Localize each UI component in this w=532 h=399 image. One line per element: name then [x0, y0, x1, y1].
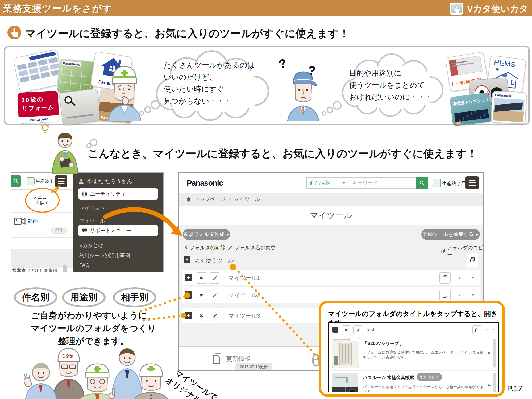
update-label[interactable]: 更新情報 [226, 355, 251, 363]
menu-item-utility[interactable]: ユーティリティ [78, 188, 158, 200]
tool-item[interactable]: バスルーム 水栓金具検索 使いカタ▶ バスルームの水栓タイプ・品番・シリーズから… [329, 371, 498, 392]
folder-name[interactable]: マイツール1 [228, 274, 260, 282]
brand-label: Panasonic [30, 117, 48, 122]
tool-title[interactable]: 「S200Vシリーズ」 [363, 340, 404, 347]
howto-badge[interactable]: 使いカタ▶ [417, 373, 442, 381]
scrollbar[interactable] [493, 373, 496, 392]
move-up-button[interactable]: ▲ [458, 293, 462, 297]
expand-icon[interactable]: + [185, 291, 192, 299]
pencil-icon [228, 246, 232, 250]
menu-item-usecases[interactable]: 利用シーン別活用事例 [79, 252, 130, 259]
tool-description: バスルームの水栓タイプ・品番・シリーズから、水栓金具の検索ができます。 [363, 385, 485, 392]
delete-icon[interactable]: ✖ [196, 310, 207, 321]
bubble2-text: 目的や用途別に使うツールをまとめておければいいのに・・・ [349, 67, 432, 103]
rename-icon[interactable] [353, 325, 363, 335]
tile-text: 20歳の [21, 95, 44, 104]
copy-button[interactable] [439, 272, 451, 284]
rename-icon[interactable] [209, 310, 220, 321]
folder-name[interactable]: マイツール2 [228, 292, 260, 299]
menu-item-vcata[interactable]: Vカタとは [79, 242, 103, 249]
move-up-button[interactable]: ▲ [458, 276, 462, 280]
tool-item[interactable]: 「S200Vシリーズ」 リフォームに最適な２階建て専用のホームエレベーター。ただ… [329, 337, 498, 371]
user-name: やまだ たろうさん [87, 178, 132, 185]
search-submit-button[interactable] [416, 177, 428, 189]
search-placeholder: キーワード [352, 180, 378, 186]
app-tile-pana-solar: Panasonic [491, 91, 527, 124]
home-icon [186, 197, 192, 202]
delete-icon[interactable]: ✖ [196, 272, 207, 284]
expand-icon[interactable]: + [185, 312, 192, 319]
update-doc-icon [213, 353, 222, 364]
video-icon [14, 217, 26, 226]
hand-bullet-icon [7, 26, 21, 39]
copy-button[interactable] [472, 325, 482, 335]
worker-thinking-illustration [106, 61, 143, 121]
discontinued-checkbox[interactable] [27, 177, 35, 185]
pointer-arrow [102, 202, 190, 239]
delete-folder-action[interactable]: ✖フォルダの削除 [184, 244, 226, 251]
search-icon [13, 178, 19, 184]
breadcrumb-home[interactable]: トップページ [195, 196, 226, 203]
collapse-icon[interactable]: − [332, 327, 338, 333]
menu-item-mylist[interactable]: マイリスト [79, 205, 105, 212]
inset-callout: マイツールのフォルダのタイトルをタップすると、開きます。 − ✖ test ▲ … [319, 301, 505, 397]
page-title: 業務支援ツールをさがす [3, 2, 112, 15]
search-button[interactable] [11, 175, 21, 187]
tool-description: リフォームに最適な２階建て専用のホームエレベーター。ただいま見積キャンペーン実施… [363, 350, 485, 360]
delete-icon[interactable]: ✖ [196, 290, 207, 301]
update-date: 2015.07.10更新 [235, 363, 272, 370]
breadcrumb-separator: › [229, 196, 231, 203]
delete-icon[interactable]: ✖ [342, 325, 351, 335]
folder-fav-label[interactable]: よく使うツール [194, 257, 234, 264]
video-label[interactable]: 動画 [28, 218, 38, 225]
move-up-button[interactable]: ▲ [485, 328, 488, 331]
breadcrumb: トップページ › マイツール [179, 193, 483, 206]
expand-icon[interactable]: + [185, 274, 192, 281]
discontinued-label: 生産終了品 [442, 180, 466, 187]
x-icon: ✖ [184, 245, 188, 250]
move-down-button[interactable]: ▼ [492, 328, 495, 331]
category-oval-usage: 用途別 [62, 287, 106, 307]
app-tile-solar-teal: 発電量トップクラス HIT [450, 92, 492, 126]
user-icon [78, 178, 84, 184]
bubble1-text: たくさんツールがあるのはいいのだけど、 使いたい時にすぐ見つからない・・・ [164, 59, 255, 107]
globe-icon [82, 191, 87, 197]
edit-tools-button[interactable]: 登録ツールを編集する▶ [421, 229, 480, 240]
arrow-right-icon: ▶ [488, 351, 491, 355]
folder-name[interactable]: test [367, 327, 374, 332]
panasonic-logo: Panasonic [187, 179, 223, 188]
copy-button[interactable] [439, 290, 451, 301]
brand-label: Panasonic [62, 61, 81, 67]
site-hamburger-button[interactable] [466, 176, 479, 189]
workers-group-illustration: 安全第一 [24, 344, 173, 399]
category-oval-partner: 相手別 [113, 287, 156, 307]
rename-icon[interactable] [209, 290, 220, 301]
expand-icon[interactable]: + [184, 256, 190, 263]
app-tile-reform: 20歳の リフォーム Panasonic [17, 91, 59, 124]
site-page-title: マイツール [179, 206, 483, 225]
scrollbar[interactable] [63, 265, 67, 272]
arrow-right-icon: ▶ [227, 233, 229, 236]
copy-icon [441, 248, 445, 254]
copy-icon [470, 257, 475, 263]
move-down-button[interactable]: ▼ [471, 293, 475, 297]
search-input[interactable]: キーワード [349, 177, 416, 189]
tile-text: HIT [455, 121, 461, 125]
menu-item-mytool[interactable]: マイツール [79, 218, 105, 225]
note-text: ご自身がわかりやすいように、マイツールのフォルダをつくり整理ができます。 [18, 309, 169, 347]
rename-folder-action[interactable]: フォルダ名の変更 [228, 244, 276, 251]
app-tile-device-search [59, 88, 101, 126]
arrow-right-icon: ▶ [476, 233, 479, 236]
move-down-button[interactable]: ▼ [471, 276, 475, 280]
copy-button[interactable] [467, 253, 478, 267]
menu-item-faq[interactable]: FAQ [79, 262, 89, 268]
rename-icon[interactable] [209, 272, 220, 284]
tile-text: リフォーム [22, 103, 54, 113]
discontinued-checkbox[interactable] [433, 179, 441, 187]
search-category-select[interactable]: 商品情報 ▼ [306, 177, 349, 189]
folder-name[interactable]: マイツール3 [228, 312, 260, 319]
search-icon [419, 180, 425, 186]
scrollbar[interactable] [493, 339, 496, 368]
tool-title[interactable]: バスルーム 水栓金具検索 [363, 375, 414, 381]
helmet-text: 安全第一 [61, 354, 77, 358]
